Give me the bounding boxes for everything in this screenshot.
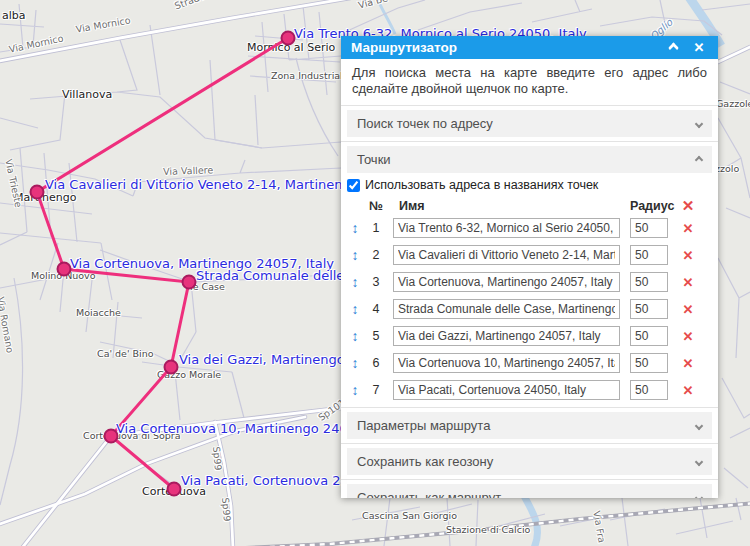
point-radius-input[interactable] bbox=[630, 245, 668, 265]
point-radius-input[interactable] bbox=[630, 272, 668, 292]
point-number: 1 bbox=[363, 221, 389, 235]
collapse-panel-icon[interactable] bbox=[664, 39, 682, 57]
point-number: 4 bbox=[363, 302, 389, 316]
use-addresses-checkbox[interactable] bbox=[347, 179, 360, 192]
divider bbox=[341, 105, 718, 106]
section-save-as-route[interactable]: Сохранить как маршрут bbox=[347, 484, 712, 498]
point-radius-input[interactable] bbox=[630, 353, 668, 373]
point-number: 5 bbox=[363, 329, 389, 343]
router-panel: Маршрутизатор ✕ Для поиска места на карт… bbox=[341, 36, 718, 498]
point-number: 6 bbox=[363, 356, 389, 370]
chevron-up-icon bbox=[695, 155, 703, 163]
panel-description: Для поиска места на карте введите его ад… bbox=[341, 59, 718, 101]
use-addresses-label[interactable]: Использовать адреса в названиях точек bbox=[365, 178, 598, 192]
drag-handle-icon[interactable]: ↕ bbox=[347, 221, 363, 235]
col-number-header: № bbox=[363, 199, 389, 213]
delete-point-button[interactable]: ✕ bbox=[676, 329, 700, 344]
point-number: 7 bbox=[363, 383, 389, 397]
section-label: Сохранить как геозону bbox=[357, 454, 493, 469]
point-name-input[interactable] bbox=[393, 272, 620, 292]
delete-point-button[interactable]: ✕ bbox=[676, 302, 700, 317]
point-name-input[interactable] bbox=[393, 380, 620, 400]
point-row: ↕5✕ bbox=[347, 326, 712, 346]
delete-point-button[interactable]: ✕ bbox=[676, 383, 700, 398]
panel-title: Маршрутизатор bbox=[351, 40, 457, 55]
points-table: № Имя Радиус ✕ ↕1✕↕2✕↕3✕↕4✕↕5✕↕6✕↕7✕ bbox=[341, 197, 718, 400]
chevron-down-icon bbox=[695, 119, 703, 127]
point-row: ↕3✕ bbox=[347, 272, 712, 292]
section-label: Параметры маршрута bbox=[357, 418, 490, 433]
section-label: Сохранить как маршрут bbox=[357, 490, 501, 498]
divider bbox=[341, 479, 718, 480]
point-radius-input[interactable] bbox=[630, 218, 668, 238]
point-row: ↕4✕ bbox=[347, 299, 712, 319]
chevron-down-icon bbox=[695, 493, 703, 498]
point-row: ↕6✕ bbox=[347, 353, 712, 373]
col-radius-header: Радиус bbox=[630, 199, 668, 213]
section-save-as-geofence[interactable]: Сохранить как геозону bbox=[347, 448, 712, 475]
drag-handle-icon[interactable]: ↕ bbox=[347, 383, 363, 397]
point-name-input[interactable] bbox=[393, 326, 620, 346]
divider bbox=[341, 443, 718, 444]
close-icon[interactable]: ✕ bbox=[690, 39, 708, 57]
chevron-down-icon bbox=[695, 457, 703, 465]
drag-handle-icon[interactable]: ↕ bbox=[347, 302, 363, 316]
drag-handle-icon[interactable]: ↕ bbox=[347, 329, 363, 343]
col-name-header: Имя bbox=[393, 199, 620, 213]
divider bbox=[341, 407, 718, 408]
drag-handle-icon[interactable]: ↕ bbox=[347, 356, 363, 370]
point-name-input[interactable] bbox=[393, 218, 620, 238]
section-label: Поиск точек по адресу bbox=[357, 116, 493, 131]
chevron-down-icon bbox=[695, 421, 703, 429]
delete-all-button[interactable]: ✕ bbox=[676, 197, 700, 215]
point-radius-input[interactable] bbox=[630, 380, 668, 400]
point-name-input[interactable] bbox=[393, 245, 620, 265]
point-number: 2 bbox=[363, 248, 389, 262]
divider bbox=[341, 141, 718, 142]
point-row: ↕7✕ bbox=[347, 380, 712, 400]
section-label: Точки bbox=[357, 152, 391, 167]
section-search-by-address[interactable]: Поиск точек по адресу bbox=[347, 110, 712, 137]
delete-point-button[interactable]: ✕ bbox=[676, 356, 700, 371]
delete-point-button[interactable]: ✕ bbox=[676, 221, 700, 236]
point-radius-input[interactable] bbox=[630, 299, 668, 319]
point-name-input[interactable] bbox=[393, 353, 620, 373]
panel-header[interactable]: Маршрутизатор ✕ bbox=[341, 36, 718, 59]
point-number: 3 bbox=[363, 275, 389, 289]
drag-handle-icon[interactable]: ↕ bbox=[347, 248, 363, 262]
use-addresses-row: Использовать адреса в названиях точек bbox=[341, 173, 718, 195]
points-rows: ↕1✕↕2✕↕3✕↕4✕↕5✕↕6✕↕7✕ bbox=[347, 218, 712, 400]
delete-point-button[interactable]: ✕ bbox=[676, 275, 700, 290]
point-name-input[interactable] bbox=[393, 299, 620, 319]
section-route-params[interactable]: Параметры маршрута bbox=[347, 412, 712, 439]
point-radius-input[interactable] bbox=[630, 326, 668, 346]
point-row: ↕2✕ bbox=[347, 245, 712, 265]
app-window: albaMornico al SerioZona IndustrialeVill… bbox=[0, 0, 750, 546]
section-points[interactable]: Точки bbox=[347, 146, 712, 173]
point-row: ↕1✕ bbox=[347, 218, 712, 238]
delete-point-button[interactable]: ✕ bbox=[676, 248, 700, 263]
drag-handle-icon[interactable]: ↕ bbox=[347, 275, 363, 289]
points-table-header: № Имя Радиус ✕ bbox=[347, 197, 712, 215]
